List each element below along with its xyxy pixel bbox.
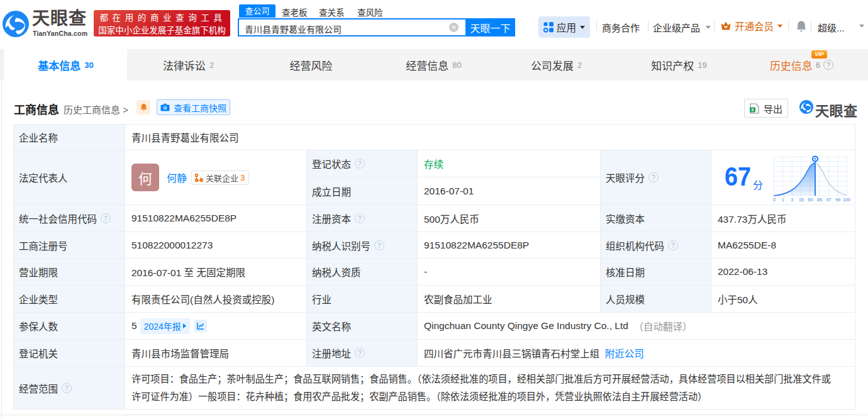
svg-text:15: 15 [799,198,804,202]
svg-text:50: 50 [808,198,813,202]
svg-text:97: 97 [826,198,832,202]
svg-text:99: 99 [835,198,840,202]
svg-text:85: 85 [817,198,822,202]
svg-text:1: 1 [782,198,784,202]
svg-text:100: 100 [843,198,850,202]
svg-text:3: 3 [791,198,793,202]
svg-text:X: X [751,107,754,111]
svg-text:0: 0 [773,198,776,202]
